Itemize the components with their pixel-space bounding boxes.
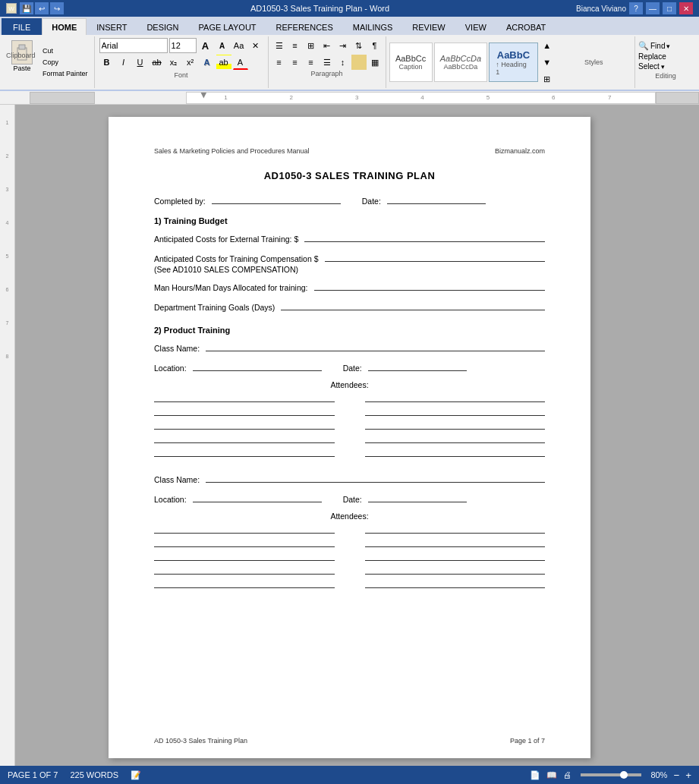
styles-more[interactable]: ⊞ bbox=[540, 71, 555, 87]
class2-attendee-line-10[interactable] bbox=[365, 578, 546, 588]
class2-attendee-line-1[interactable] bbox=[154, 524, 335, 534]
read-mode-icon[interactable]: 📖 bbox=[546, 770, 557, 780]
text-effects-button[interactable]: A bbox=[200, 55, 215, 70]
replace-button[interactable]: Replace bbox=[638, 52, 693, 61]
print-layout-icon[interactable]: 🖨 bbox=[563, 770, 571, 779]
multilevel-button[interactable]: ⊞ bbox=[304, 38, 319, 53]
superscript-button[interactable]: x² bbox=[183, 55, 198, 70]
tab-home[interactable]: HOME bbox=[42, 18, 87, 35]
style-caption-button[interactable]: AaBbCc Caption bbox=[389, 43, 433, 82]
tab-pagelayout[interactable]: PAGE LAYOUT bbox=[189, 18, 266, 35]
sort-button[interactable]: ⇅ bbox=[351, 38, 367, 53]
align-left-button[interactable]: ≡ bbox=[272, 55, 287, 70]
underline-button[interactable]: U bbox=[133, 55, 148, 70]
grow-font-button[interactable]: A bbox=[198, 38, 213, 53]
class1-location-field[interactable] bbox=[193, 361, 322, 371]
class1-date-field[interactable] bbox=[368, 361, 467, 371]
quick-access-save[interactable]: 💾 bbox=[20, 2, 33, 14]
styles-scroll-down[interactable]: ▼ bbox=[540, 55, 555, 70]
cut-button[interactable]: Cut bbox=[39, 46, 91, 56]
tab-mailings[interactable]: MAILINGS bbox=[343, 18, 403, 35]
zoom-in-button[interactable]: + bbox=[685, 770, 691, 781]
zoom-out-button[interactable]: − bbox=[673, 770, 679, 781]
font-color-button[interactable]: A bbox=[233, 55, 248, 70]
italic-button[interactable]: I bbox=[116, 55, 131, 70]
select-dropdown-icon[interactable]: ▾ bbox=[661, 63, 665, 71]
font-name-select[interactable] bbox=[99, 38, 168, 53]
class1-attendee-line-7[interactable] bbox=[365, 406, 546, 416]
tab-design[interactable]: DESIGN bbox=[137, 18, 188, 35]
compensation-field[interactable] bbox=[325, 251, 545, 262]
class2-attendee-line-5[interactable] bbox=[154, 578, 335, 588]
align-center-button[interactable]: ≡ bbox=[288, 55, 303, 70]
class1-attendee-line-9[interactable] bbox=[365, 433, 546, 443]
class1-attendee-line-6[interactable] bbox=[365, 392, 546, 402]
zoom-slider[interactable] bbox=[581, 773, 641, 776]
bold-button[interactable]: B bbox=[99, 55, 115, 70]
borders-button[interactable]: ▦ bbox=[367, 55, 383, 70]
find-button[interactable]: 🔍 Find ▾ bbox=[638, 41, 693, 51]
line-spacing-button[interactable]: ↕ bbox=[335, 55, 351, 70]
copy-button[interactable]: Copy bbox=[39, 57, 91, 68]
minimize-button[interactable]: — bbox=[646, 2, 660, 14]
class2-name-field[interactable] bbox=[206, 472, 545, 483]
class2-attendee-line-2[interactable] bbox=[154, 537, 335, 547]
class1-attendee-line-5[interactable] bbox=[154, 447, 335, 457]
class1-attendee-line-2[interactable] bbox=[154, 406, 335, 416]
tab-references[interactable]: REFERENCES bbox=[266, 18, 343, 35]
completed-by-field[interactable] bbox=[212, 194, 341, 204]
numbering-button[interactable]: ≡ bbox=[288, 38, 303, 53]
subscript-button[interactable]: x₂ bbox=[166, 55, 181, 70]
tab-insert[interactable]: INSERT bbox=[87, 18, 137, 35]
font-size-select[interactable] bbox=[169, 38, 197, 53]
class1-attendee-line-1[interactable] bbox=[154, 392, 335, 402]
select-button[interactable]: Select ▾ bbox=[638, 62, 693, 71]
class1-name-field[interactable] bbox=[206, 341, 545, 351]
show-marks-button[interactable]: ¶ bbox=[367, 38, 383, 53]
tab-acrobat[interactable]: ACROBAT bbox=[496, 18, 556, 35]
help-button[interactable]: ? bbox=[629, 2, 643, 14]
class1-attendee-line-3[interactable] bbox=[154, 420, 335, 430]
class1-attendee-line-8[interactable] bbox=[365, 420, 546, 430]
shrink-font-button[interactable]: A bbox=[215, 38, 230, 53]
class2-attendee-line-9[interactable] bbox=[365, 565, 546, 575]
styles-scroll-up[interactable]: ▲ bbox=[540, 38, 555, 53]
find-dropdown[interactable]: ▾ bbox=[666, 43, 670, 50]
manhours-field[interactable] bbox=[314, 280, 545, 291]
clear-format-button[interactable]: ✕ bbox=[248, 38, 263, 53]
style-emphasis-button[interactable]: AaBbCcDa AaBbCcDa bbox=[434, 43, 488, 82]
format-painter-button[interactable]: Format Painter bbox=[39, 68, 91, 79]
footer-right: Page 1 of 7 bbox=[510, 737, 545, 745]
tab-review[interactable]: REVIEW bbox=[402, 18, 455, 35]
tab-file[interactable]: FILE bbox=[2, 18, 42, 35]
maximize-button[interactable]: □ bbox=[663, 2, 676, 14]
quick-access-undo[interactable]: ↩ bbox=[35, 2, 49, 14]
layout-icon[interactable]: 📄 bbox=[530, 770, 540, 780]
class1-attendee-line-10[interactable] bbox=[365, 447, 546, 457]
class2-date-field[interactable] bbox=[368, 492, 467, 502]
align-right-button[interactable]: ≡ bbox=[304, 55, 319, 70]
class2-location-field[interactable] bbox=[193, 492, 322, 502]
class1-attendee-line-4[interactable] bbox=[154, 433, 335, 443]
class2-attendee-line-3[interactable] bbox=[154, 551, 335, 561]
highlight-button[interactable]: ab bbox=[216, 55, 231, 70]
class2-attendee-line-8[interactable] bbox=[365, 551, 546, 561]
class2-attendee-line-7[interactable] bbox=[365, 537, 546, 547]
strikethrough-button[interactable]: ab bbox=[150, 55, 165, 70]
bullets-button[interactable]: ☰ bbox=[272, 38, 287, 53]
quick-access-redo[interactable]: ↪ bbox=[50, 2, 64, 14]
close-button[interactable]: ✕ bbox=[679, 2, 693, 14]
ext-training-field[interactable] bbox=[304, 231, 545, 242]
paste-button[interactable]: Paste bbox=[6, 38, 38, 87]
tab-view[interactable]: VIEW bbox=[455, 18, 496, 35]
date-field-1[interactable] bbox=[387, 194, 486, 204]
shading-button[interactable] bbox=[351, 55, 367, 70]
decrease-indent-button[interactable]: ⇤ bbox=[320, 38, 335, 53]
increase-indent-button[interactable]: ⇥ bbox=[335, 38, 351, 53]
style-heading1-button[interactable]: AaBbC ↑ Heading 1 bbox=[489, 43, 537, 82]
class2-attendee-line-4[interactable] bbox=[154, 565, 335, 575]
justify-button[interactable]: ☰ bbox=[320, 55, 335, 70]
dept-goals-field[interactable] bbox=[281, 300, 545, 310]
class2-attendee-line-6[interactable] bbox=[365, 524, 546, 534]
change-case-button[interactable]: Aa bbox=[231, 38, 247, 53]
